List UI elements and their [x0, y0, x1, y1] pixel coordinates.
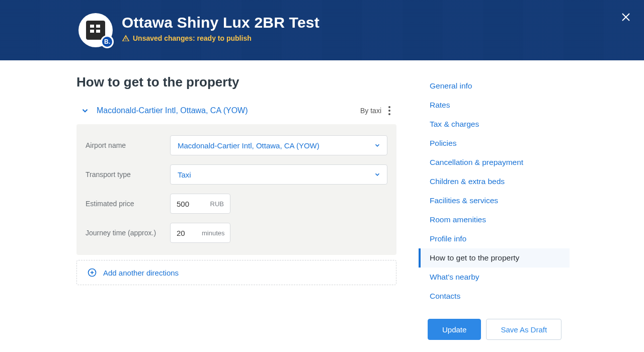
transport-type-label: Transport type — [86, 170, 170, 179]
save-draft-button[interactable]: Save As Draft — [486, 319, 561, 340]
accordion-title: Macdonald-Cartier Intl, Ottawa, CA (YOW) — [97, 106, 248, 115]
chevron-down-icon — [374, 171, 381, 178]
nav-item[interactable]: How to get to the property — [419, 248, 570, 268]
update-button[interactable]: Update — [428, 319, 481, 340]
airport-name-select[interactable]: Macdonald-Cartier Intl, Ottawa, CA (YOW) — [170, 135, 387, 155]
plus-circle-icon — [87, 268, 97, 278]
add-directions-label: Add another directions — [103, 269, 179, 277]
close-button[interactable] — [620, 11, 632, 23]
estimated-price-field: RUB — [170, 194, 230, 214]
estimated-price-input[interactable] — [177, 200, 202, 208]
nav-item[interactable]: Policies — [419, 134, 570, 153]
more-actions-button[interactable] — [386, 104, 392, 117]
airport-name-value: Macdonald-Cartier Intl, Ottawa, CA (YOW) — [178, 141, 319, 150]
journey-time-input[interactable] — [177, 229, 202, 237]
nav-item[interactable]: Facilities & services — [419, 191, 570, 210]
accordion-meta: By taxi — [360, 107, 381, 115]
journey-time-field: minutes — [170, 223, 230, 243]
nav-item[interactable]: Profile info — [419, 229, 570, 248]
property-title: Ottawa Shiny Lux 2BR Test — [122, 14, 644, 31]
main-content: How to get to the property Macdonald-Car… — [76, 74, 396, 340]
transport-type-select[interactable]: Taxi — [170, 164, 387, 185]
nav-item[interactable]: Contacts — [419, 287, 570, 306]
directions-form: Airport name Macdonald-Cartier Intl, Ott… — [76, 124, 396, 255]
nav-item[interactable]: Tax & charges — [419, 115, 570, 134]
nav-item[interactable]: What's nearby — [419, 268, 570, 287]
directions-accordion-header: Macdonald-Cartier Intl, Ottawa, CA (YOW)… — [76, 104, 396, 124]
warning-icon — [122, 34, 130, 42]
save-status-text: Unsaved changes: ready to publish — [133, 34, 252, 42]
chevron-down-icon — [374, 142, 381, 149]
page-title: How to get to the property — [76, 74, 396, 90]
nav-item[interactable]: Room amenities — [419, 210, 570, 229]
airport-name-label: Airport name — [86, 141, 170, 149]
hero-header: B. Ottawa Shiny Lux 2BR Test Unsaved cha… — [0, 0, 644, 60]
chevron-down-icon — [80, 106, 90, 115]
time-unit: minutes — [202, 229, 225, 237]
sidebar-nav: General infoRatesTax & chargesPoliciesCa… — [419, 74, 570, 340]
save-status: Unsaved changes: ready to publish — [122, 34, 644, 42]
accordion-toggle[interactable]: Macdonald-Cartier Intl, Ottawa, CA (YOW) — [80, 106, 248, 115]
transport-type-value: Taxi — [178, 170, 191, 179]
nav-item[interactable]: General info — [419, 76, 570, 96]
nav-item[interactable]: Cancellation & prepayment — [419, 153, 570, 172]
journey-time-label: Journey time (approx.) — [86, 229, 170, 237]
property-avatar: B. — [78, 13, 113, 47]
add-directions-button[interactable]: Add another directions — [76, 260, 396, 285]
nav-item[interactable]: Children & extra beds — [419, 172, 570, 191]
nav-item[interactable]: Rates — [419, 96, 570, 115]
brand-badge: B. — [101, 35, 114, 48]
estimated-price-label: Estimated price — [86, 200, 170, 208]
price-unit: RUB — [210, 200, 224, 208]
